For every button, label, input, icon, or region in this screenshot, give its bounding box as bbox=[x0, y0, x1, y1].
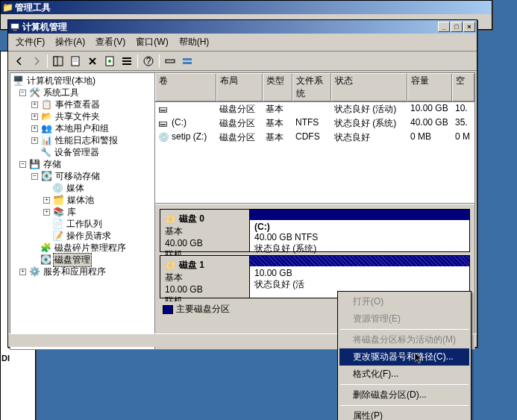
list-button[interactable] bbox=[119, 53, 135, 69]
volume-icon: 🖴 bbox=[158, 118, 170, 128]
share-icon: 📂 bbox=[40, 110, 52, 122]
ctx-open[interactable]: 打开(O) bbox=[339, 293, 469, 310]
expand-icon[interactable]: + bbox=[31, 137, 38, 144]
properties-button[interactable] bbox=[67, 53, 84, 69]
svg-rect-1 bbox=[13, 30, 16, 31]
tree-perf-logs[interactable]: +📊性能日志和警报 bbox=[12, 134, 153, 146]
cell: 磁盘分区 bbox=[216, 102, 263, 116]
disk-icon: 📀 bbox=[165, 214, 176, 225]
ctx-change-drive-letter[interactable]: 更改驱动器号和路径(C)... bbox=[339, 348, 469, 366]
column-header[interactable]: 空 bbox=[452, 73, 474, 101]
tree-disk-management[interactable]: 💽磁盘管理 bbox=[12, 254, 153, 266]
delete-button[interactable] bbox=[84, 53, 101, 69]
cell: 磁盘分区 bbox=[216, 116, 263, 131]
mediapool-icon: 🗂️ bbox=[52, 194, 64, 206]
computer-mgmt-icon bbox=[10, 22, 20, 32]
column-header[interactable]: 类型 bbox=[263, 73, 292, 101]
main-titlebar[interactable]: 计算机管理 _ □ × bbox=[8, 20, 477, 34]
cell: 基本 bbox=[263, 116, 292, 131]
volume-row[interactable]: 🖴(C:)磁盘分区基本NTFS状态良好 (系统)40.00 GB35. bbox=[155, 116, 474, 131]
diskmgmt-icon: 💽 bbox=[40, 254, 51, 266]
column-header[interactable]: 卷 bbox=[155, 73, 216, 101]
back-button[interactable] bbox=[11, 53, 28, 69]
svg-rect-9 bbox=[122, 57, 131, 59]
ctx-properties[interactable]: 属性(P) bbox=[339, 407, 469, 420]
column-header[interactable]: 文件系统 bbox=[292, 73, 331, 101]
tree-media-pool[interactable]: +🗂️媒体池 bbox=[12, 194, 153, 206]
forward-button[interactable] bbox=[28, 53, 45, 69]
cell: 状态良好 bbox=[331, 131, 407, 145]
expand-icon[interactable]: + bbox=[31, 113, 38, 120]
column-header[interactable]: 布局 bbox=[216, 73, 263, 101]
expand-icon[interactable]: + bbox=[31, 125, 38, 132]
list-header: 卷布局类型文件系统状态容量空 bbox=[155, 73, 474, 102]
tree-system-tools[interactable]: −🛠️系统工具 bbox=[12, 87, 153, 98]
disk-0-volume[interactable]: (C:) 40.00 GB NTFS 状态良好 (系统) bbox=[250, 210, 469, 251]
collapse-icon[interactable]: − bbox=[19, 161, 26, 168]
tree-work-queue[interactable]: 📄工作队列 bbox=[12, 218, 153, 230]
column-header[interactable]: 容量 bbox=[407, 73, 452, 101]
media-icon: 💿 bbox=[51, 182, 63, 194]
disk-icon: 📀 bbox=[165, 260, 176, 271]
disk-settings-button[interactable] bbox=[162, 53, 178, 69]
close-button[interactable]: × bbox=[463, 22, 475, 32]
menu-separator bbox=[340, 329, 469, 330]
toolbar-separator bbox=[137, 54, 138, 68]
column-header[interactable]: 状态 bbox=[331, 73, 407, 101]
maximize-button[interactable]: □ bbox=[451, 22, 463, 32]
cell: NTFS bbox=[292, 116, 331, 131]
tools-icon: 🛠️ bbox=[28, 87, 40, 98]
menu-view[interactable]: 查看(V) bbox=[91, 35, 130, 49]
svg-rect-16 bbox=[183, 62, 192, 64]
request-icon: 📝 bbox=[51, 230, 63, 242]
tree-services[interactable]: +⚙️服务和应用程序 bbox=[12, 266, 153, 278]
ctx-delete-partition[interactable]: 删除磁盘分区(D)... bbox=[339, 386, 469, 404]
event-icon: 📋 bbox=[40, 98, 52, 110]
help-button[interactable]: ? bbox=[140, 53, 157, 69]
tree-operator-req[interactable]: 📝操作员请求 bbox=[12, 230, 153, 242]
minimize-button[interactable]: _ bbox=[438, 22, 450, 32]
disk-0-block[interactable]: 📀磁盘 0 基本 40.00 GB 联机 (C:) 40.00 GB NTFS … bbox=[160, 209, 470, 252]
expand-icon[interactable]: + bbox=[31, 101, 38, 108]
ctx-mark-active[interactable]: 将磁盘分区标为活动的(M) bbox=[339, 331, 469, 348]
tree-storage[interactable]: −💾存储 bbox=[12, 158, 153, 170]
volume-row[interactable]: 🖴磁盘分区基本状态良好 (活动)10.00 GB10. bbox=[155, 102, 474, 116]
storage-icon: 💾 bbox=[28, 158, 40, 170]
tree-local-users[interactable]: +👥本地用户和组 bbox=[12, 122, 153, 134]
toolbar-separator bbox=[47, 54, 48, 68]
context-menu[interactable]: 打开(O) 资源管理(E) 将磁盘分区标为活动的(M) 更改驱动器号和路径(C)… bbox=[337, 291, 471, 420]
tree-root[interactable]: 🖥️计算机管理(本地) bbox=[12, 75, 153, 87]
expand-icon[interactable]: + bbox=[43, 209, 50, 216]
ctx-explore[interactable]: 资源管理(E) bbox=[339, 310, 469, 327]
menu-help[interactable]: 帮助(H) bbox=[175, 35, 214, 49]
tree-event-viewer[interactable]: +📋事件查看器 bbox=[12, 98, 153, 110]
svg-rect-11 bbox=[122, 63, 131, 65]
menu-window[interactable]: 窗口(W) bbox=[131, 35, 172, 49]
cell: 0 MB bbox=[407, 131, 452, 145]
tree-media[interactable]: 💿媒体 bbox=[12, 182, 153, 194]
disk-view-button[interactable] bbox=[179, 53, 195, 69]
expand-icon[interactable]: + bbox=[43, 197, 50, 204]
volume-icon: 🖴 bbox=[158, 104, 170, 114]
tree-shared-folders[interactable]: +📂共享文件夹 bbox=[12, 110, 153, 122]
computer-icon: 🖥️ bbox=[12, 75, 24, 87]
menu-action[interactable]: 操作(A) bbox=[51, 35, 90, 49]
menu-file[interactable]: 文件(F) bbox=[11, 35, 49, 49]
tree-removable[interactable]: −💽可移动存储 bbox=[12, 170, 153, 182]
collapse-icon[interactable]: − bbox=[19, 90, 26, 96]
svg-text:?: ? bbox=[146, 56, 151, 66]
volume-row[interactable]: 💿setip (Z:)磁盘分区基本CDFS状态良好0 MB0 M bbox=[155, 131, 474, 145]
ctx-format[interactable]: 格式化(F)... bbox=[339, 366, 469, 383]
svg-point-8 bbox=[108, 60, 111, 63]
refresh-button[interactable] bbox=[101, 53, 118, 69]
menubar: 文件(F) 操作(A) 查看(V) 窗口(W) 帮助(H) bbox=[8, 34, 477, 51]
expand-icon[interactable]: + bbox=[19, 269, 26, 275]
volume-list[interactable]: 卷布局类型文件系统状态容量空 🖴磁盘分区基本状态良好 (活动)10.00 GB1… bbox=[155, 73, 474, 204]
svg-rect-15 bbox=[183, 58, 192, 60]
tree-library[interactable]: +📚库 bbox=[12, 206, 153, 218]
tree-panel[interactable]: 🖥️计算机管理(本地) −🛠️系统工具 +📋事件查看器 +📂共享文件夹 +👥本地… bbox=[10, 73, 155, 349]
volume-header-bar-selected bbox=[250, 256, 469, 266]
tree-device-manager[interactable]: 🔧设备管理器 bbox=[12, 146, 153, 158]
up-button[interactable] bbox=[50, 53, 66, 69]
collapse-icon[interactable]: − bbox=[31, 173, 38, 180]
